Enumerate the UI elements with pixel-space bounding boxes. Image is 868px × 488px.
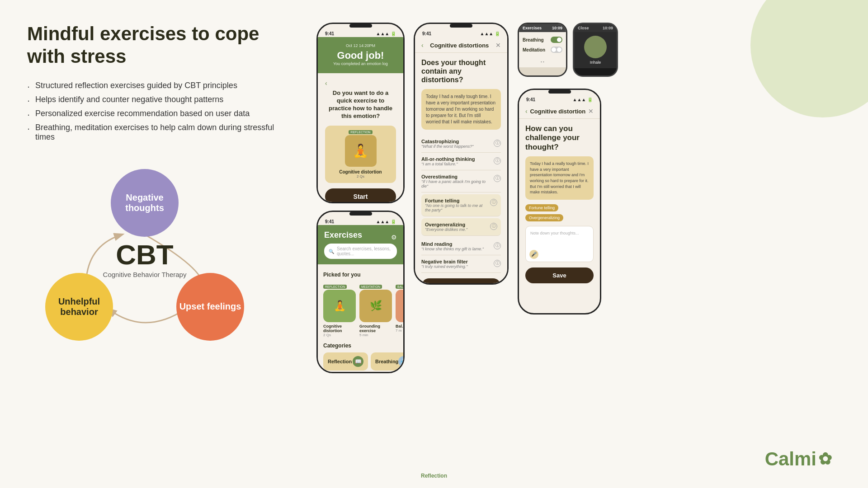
phone-mid-body: Does your thought contain any distortion… [415, 53, 507, 285]
breathing-toggle[interactable] [551, 37, 562, 43]
save-button-mid[interactable]: Save [421, 278, 501, 285]
mic-icon[interactable]: 🎤 [529, 250, 538, 259]
distortion-tags: Fortune telling Overgeneralizing [525, 204, 594, 221]
watches-row: Exercises 10:09 Breathing Meditation [518, 23, 618, 77]
search-icon: 🔍 [329, 249, 334, 254]
phone-mid: 9:41 ▲▲▲ 🔋 ‹ Cognitive distortions ✕ Doe… [414, 23, 509, 285]
settings-icon[interactable]: ⚙ [391, 234, 397, 241]
cd-info-4[interactable]: ⓘ [490, 199, 497, 206]
cbt-center-label: CBT Cognitive Behavior Therapy [103, 240, 187, 278]
phone-mid-header: ‹ Cognitive distortions ✕ [415, 37, 507, 53]
phone1-status-bar: 9:41 ▲▲▲ 🔋 [318, 28, 403, 37]
phone-right-status: 9:41 ▲▲▲ 🔋 [519, 94, 600, 103]
search-bar[interactable]: 🔍 Search exercises, lessons, quotes... [324, 244, 397, 259]
cd-item-6[interactable]: Mind reading "I know she thinks my gift … [421, 238, 501, 255]
phone2-notch [349, 212, 372, 216]
bullet-item-1: Structured reflection exercises guided b… [27, 81, 294, 90]
cd-item-5-selected[interactable]: Overgeneralizing "Everyone dislikes me."… [421, 218, 501, 236]
save-button-right[interactable]: Save [525, 267, 594, 283]
bullet-item-2: Helps identify and counter negative thou… [27, 95, 294, 104]
cd-info-6[interactable]: ⓘ [494, 242, 501, 249]
watch1-breathing-item[interactable]: Breathing [523, 35, 562, 45]
watches-and-right-phone: Exercises 10:09 Breathing Meditation [518, 23, 618, 314]
tag-overgeneralizing: Overgeneralizing [525, 214, 563, 221]
phone1-notch [349, 24, 372, 28]
right-section: 9:41 ▲▲▲ 🔋 Oct 12 14:20PM Good job! You … [307, 23, 841, 470]
phone-right: 9:41 ▲▲▲ 🔋 ‹ Cognitive distortion ✕ How … [518, 89, 601, 314]
phone-mid-close[interactable]: ✕ [495, 42, 501, 49]
breathing-animation-circle [584, 36, 607, 58]
phone1-container: 9:41 ▲▲▲ 🔋 Oct 12 14:20PM Good job! You … [316, 23, 405, 373]
phone1-back-arrow[interactable]: ‹ [325, 80, 327, 87]
watch-breathing: Close 10:09 Inhale [573, 23, 618, 77]
exercise-card-2: MEDITATION 🌿 Grounding exercise 5 min [359, 282, 392, 337]
watch-exercises: Exercises 10:09 Breathing Meditation [518, 23, 567, 77]
exercise-cards-list: REFLECTION 🧘 Cognitive distortion 2 Qs M… [323, 282, 398, 337]
circle-unhelpful-behavior: Unhelpful behavior [45, 273, 113, 341]
category-reflection[interactable]: Reflection 📖 [323, 352, 368, 371]
phone-right-notch [548, 90, 571, 94]
exercise-icon-1: 🧘 [323, 290, 356, 322]
cd-info-7[interactable]: ⓘ [494, 260, 501, 267]
exercise-card-1: REFLECTION 🧘 Cognitive distortion 2 Qs [323, 282, 356, 337]
cd-info-5[interactable]: ⓘ [490, 223, 497, 230]
left-section: Mindful exercises to cope with stress St… [27, 23, 307, 470]
circle-upset-feelings: Upset feelings [176, 273, 244, 341]
watch2-body: Inhale [574, 32, 617, 68]
phone-right-header: ‹ Cognitive distortion ✕ [519, 103, 600, 119]
phone2-body: Picked for you REFLECTION 🧘 Cognitive di… [318, 264, 403, 373]
page-title: Mindful exercises to cope with stress [27, 23, 294, 68]
phone2-status-bar: 9:41 ▲▲▲ 🔋 [318, 216, 403, 225]
cd-item-2[interactable]: All-or-nothing thinking "I am a total fa… [421, 153, 501, 170]
phone1-body: ‹ Do you want to do a quick exercise to … [318, 73, 403, 203]
cd-item-7[interactable]: Negative brain filter "I truly ruined ev… [421, 255, 501, 273]
category-breathing[interactable]: Breathing 💨 [371, 352, 403, 371]
exercise-icon-3: ⚖️ [396, 290, 403, 322]
bullet-item-3: Personalized exercise recommendation bas… [27, 109, 294, 118]
meditation-toggle[interactable] [551, 47, 562, 53]
category-grid: Reflection 📖 Breathing 💨 Meditation 🧘 [323, 352, 398, 373]
watch1-header: Exercises 10:09 [519, 24, 566, 32]
cd-info-1[interactable]: ⓘ [494, 140, 501, 147]
watch2-header: Close 10:09 [574, 24, 617, 32]
cd-item-1[interactable]: Catastrophizing "What if the worst happe… [421, 135, 501, 153]
cd-info-2[interactable]: ⓘ [494, 157, 501, 164]
exercise-icon-2: 🌿 [359, 290, 392, 322]
watch1-body: Breathing Meditation • • [519, 32, 566, 67]
tag-fortune-telling: Fortune telling [525, 204, 558, 211]
cd-item-4-selected[interactable]: Fortune telling "No one is going to talk… [421, 194, 501, 216]
phone-mid-status: 9:41 ▲▲▲ 🔋 [415, 28, 507, 37]
reflection-cat-icon: 📖 [353, 356, 363, 367]
note-input[interactable]: Note down your thoughts... 🎤 [525, 226, 594, 262]
watch1-meditation-item[interactable]: Meditation [523, 45, 562, 55]
circle-negative-thoughts: Negative thoughts [111, 169, 179, 237]
breathing-cat-icon: 💨 [398, 356, 403, 367]
bullet-item-4: Breathing, meditation exercises to help … [27, 123, 294, 142]
main-container: Mindful exercises to cope with stress St… [0, 0, 868, 488]
phone-right-close[interactable]: ✕ [588, 108, 594, 115]
phone2-header: Exercises ⚙ 🔍 Search exercises, lessons,… [318, 225, 403, 264]
exercise-card-3: BALANCE ⚖️ Bal... 7 m [396, 282, 403, 337]
feature-list: Structured reflection exercises guided b… [27, 81, 294, 142]
cd-info-3[interactable]: ⓘ [494, 175, 501, 182]
reflection-icon: 🧘 [345, 135, 377, 167]
phone2: 9:41 ▲▲▲ 🔋 Exercises ⚙ 🔍 Search exercise… [316, 211, 405, 373]
phone1-header: Oct 12 14:20PM Good job! You completed a… [318, 37, 403, 73]
start-button[interactable]: Start [325, 188, 396, 203]
cbt-diagram: Negative thoughts Upset feelings Unhelpf… [27, 164, 262, 354]
cd-item-3[interactable]: Overestimating "If I have a panic attack… [421, 170, 501, 192]
reflection-card: REFLECTION 🧘 Cognitive distortion 2 Qs [325, 126, 396, 183]
phone-mid-notch [450, 24, 472, 28]
phone-right-body: How can you challenge your thought? Toda… [519, 119, 600, 289]
phone1: 9:41 ▲▲▲ 🔋 Oct 12 14:20PM Good job! You … [316, 23, 405, 203]
